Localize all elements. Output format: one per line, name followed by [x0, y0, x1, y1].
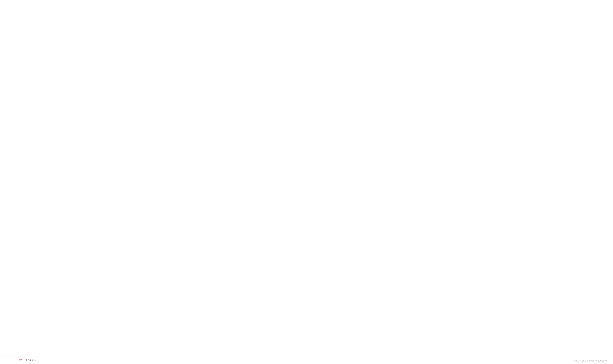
toolbar-strip — [0, 0, 613, 1]
